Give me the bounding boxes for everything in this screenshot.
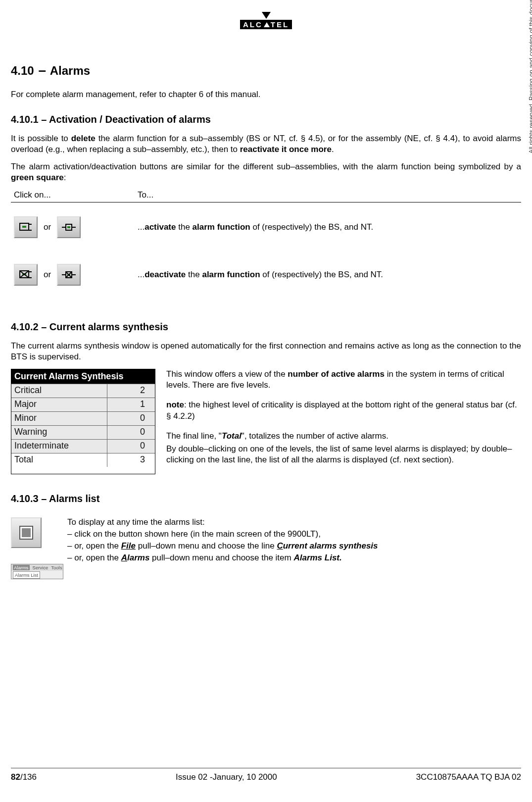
deactivate-bs-icon[interactable]	[14, 264, 38, 286]
desc-para3: The final line, "Total", totalizes the n…	[166, 431, 521, 442]
desc-para1: This window offers a view of the number …	[166, 369, 521, 391]
deactivate-nt-icon[interactable]	[57, 264, 81, 286]
row-value: 1	[107, 398, 155, 411]
row-value: 0	[107, 426, 155, 439]
row-label: Critical	[11, 384, 107, 398]
row-value: 0	[107, 412, 155, 425]
svg-rect-1	[22, 226, 26, 228]
action-table-header: Click on... To...	[11, 190, 521, 202]
intro-text: For complete alarm management, refer to …	[11, 89, 521, 100]
current-alarms-synthesis-window[interactable]: Current Alarms Synthesis Critical2Major1…	[11, 369, 155, 474]
or-label: or	[44, 222, 51, 232]
or-label: or	[44, 270, 51, 280]
alarms-window-title: Current Alarms Synthesis	[11, 369, 155, 384]
rights-notice: All rights reserved. Passing on and copy…	[528, 0, 532, 153]
row-value: 0	[107, 440, 155, 453]
row-label: Major	[11, 398, 107, 411]
brand-logo: ALCTEL	[11, 15, 521, 30]
svg-rect-6	[67, 226, 70, 228]
activate-nt-icon[interactable]	[57, 216, 81, 238]
section-heading: 4.10 – Alarms	[11, 62, 521, 78]
row-label: Total	[11, 453, 107, 467]
action-row-deactivate: or ...deactivate the alarm function of (…	[11, 244, 521, 292]
row-label: Warning	[11, 426, 107, 439]
doc-ref: 3CC10875AAAA TQ BJA 02	[416, 772, 521, 782]
table-row[interactable]: Indeterminate0	[11, 439, 155, 453]
subsection-4-10-2: 4.10.2 – Current alarms synthesis	[11, 321, 521, 333]
sub1-para1: It is possible to delete the alarm funct…	[11, 133, 521, 155]
sub2-para1: The current alarms synthesis window is o…	[11, 341, 521, 362]
table-row[interactable]: Critical2	[11, 384, 155, 398]
page-number: 82/136	[11, 772, 37, 782]
issue-label: Issue 02 -January, 10 2000	[176, 772, 277, 782]
row-label: Indeterminate	[11, 440, 107, 453]
alarms-list-button-icon[interactable]	[11, 517, 42, 548]
table-row[interactable]: Total3	[11, 453, 155, 467]
row-value: 3	[107, 453, 155, 467]
table-row[interactable]: Minor0	[11, 411, 155, 425]
action-row-activate: or ...activate the alarm function of (re…	[11, 202, 521, 244]
desc-para4: By double–clicking on one of the levels,…	[166, 444, 521, 465]
sub1-para2: The alarm activation/deactivation button…	[11, 161, 521, 183]
subsection-4-10-3: 4.10.3 – Alarms list	[11, 493, 521, 504]
alarms-menu-thumbnail: Alarms Service Tools Alarms List	[11, 564, 63, 579]
alarms-list-instructions: To display at any time the alarms list: …	[67, 517, 521, 565]
row-value: 2	[107, 384, 155, 398]
activate-bs-icon[interactable]	[14, 216, 38, 238]
row-label: Minor	[11, 412, 107, 425]
svg-rect-21	[22, 528, 31, 537]
page-footer: 82/136 Issue 02 -January, 10 2000 3CC108…	[11, 768, 521, 782]
table-row[interactable]: Warning0	[11, 425, 155, 439]
desc-para2: note: the highest level of criticality i…	[166, 400, 521, 421]
subsection-4-10-1: 4.10.1 – Activation / Deactivation of al…	[11, 114, 521, 125]
table-row[interactable]: Major1	[11, 398, 155, 411]
